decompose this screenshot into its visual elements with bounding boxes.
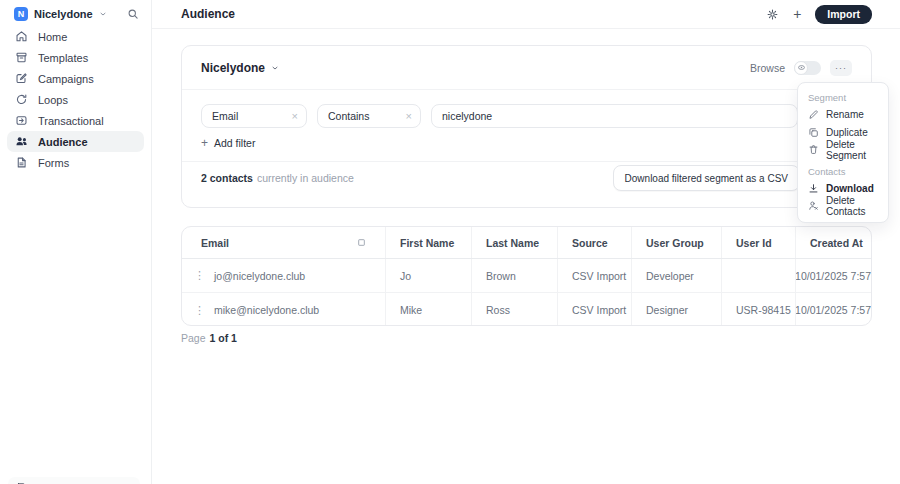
sidebar-item-templates[interactable]: Templates — [7, 47, 144, 68]
segment-header-row: Nicelydone Browse ··· — [182, 46, 871, 90]
segment-controls: Browse ··· — [750, 60, 852, 76]
plus-icon: + — [793, 7, 801, 21]
filter-field-chip[interactable]: Email × — [201, 104, 307, 128]
segment-name: Nicelydone — [201, 61, 265, 75]
pencil-icon — [808, 109, 819, 120]
home-icon — [15, 30, 28, 43]
contacts-suffix: currently in audience — [257, 172, 354, 184]
sidebar: N Nicelydone Home Templates Campaigns — [0, 0, 152, 484]
sidebar-item-label: Forms — [38, 157, 69, 169]
page-title: Audience — [181, 7, 235, 21]
header-actions: + Import — [766, 5, 872, 24]
menu-item-label: Delete Segment — [826, 139, 878, 161]
segment-card: Nicelydone Browse ··· Email × Contains × — [181, 45, 872, 208]
gear-icon — [766, 8, 779, 21]
table-header-cell-source: Source — [557, 227, 631, 258]
contacts-count: 2 contacts — [201, 172, 253, 184]
sidebar-item-campaigns[interactable]: Campaigns — [7, 68, 144, 89]
chevron-down-icon — [271, 64, 279, 72]
table-row[interactable]: ⋮ jo@nicelydone.club Jo Brown CSV Import… — [182, 259, 871, 293]
column-label: Email — [201, 237, 229, 249]
workspace-switcher[interactable]: N Nicelydone — [0, 0, 151, 22]
add-button[interactable]: + — [793, 7, 801, 21]
person-remove-icon — [808, 200, 819, 211]
menu-section-title: Contacts — [798, 163, 888, 180]
expand-icon[interactable] — [357, 238, 366, 247]
filter-operator-value: Contains — [328, 110, 369, 122]
table-header-cell-email: Email — [182, 227, 385, 258]
table-header-cell-created-at: Created At — [795, 227, 872, 258]
add-filter-label: Add filter — [214, 137, 255, 149]
segment-name-dropdown[interactable]: Nicelydone — [201, 61, 279, 75]
plus-icon: + — [201, 137, 208, 149]
menu-item-label: Rename — [826, 109, 864, 120]
loops-icon — [15, 93, 28, 106]
close-icon[interactable]: × — [284, 110, 298, 122]
filter-value-input[interactable] — [431, 104, 798, 128]
main-header: Audience + Import — [152, 0, 900, 29]
created-at-cell: 10/01/2025 7:57 — [795, 259, 872, 292]
row-kebab-menu-icon[interactable]: ⋮ — [194, 305, 205, 316]
pagination-value: 1 of 1 — [210, 332, 237, 344]
menu-item-label: Download — [826, 183, 874, 194]
menu-item-delete-contacts[interactable]: Delete Contacts — [798, 197, 888, 215]
download-icon — [808, 183, 819, 194]
import-button[interactable]: Import — [815, 5, 872, 24]
download-csv-button[interactable]: Download filtered segment as a CSV — [613, 165, 800, 191]
menu-section-title: Segment — [798, 89, 888, 106]
sidebar-item-label: Audience — [38, 136, 88, 148]
browse-label: Browse — [750, 62, 785, 74]
sidebar-item-transactional[interactable]: Transactional — [7, 110, 144, 131]
bottom-profile-item-cutoff[interactable]: ··· — [8, 477, 140, 484]
table-header-cell-first-name: First Name — [385, 227, 471, 258]
user-group-cell: Designer — [631, 293, 721, 326]
first-name-cell: Jo — [385, 259, 471, 292]
sidebar-item-label: Transactional — [38, 115, 104, 127]
row-kebab-menu-icon[interactable]: ⋮ — [194, 270, 205, 281]
first-name-cell: Mike — [385, 293, 471, 326]
campaigns-icon — [15, 72, 28, 85]
last-name-cell: Ross — [471, 293, 557, 326]
menu-item-rename[interactable]: Rename — [798, 106, 888, 124]
app-window: N Nicelydone Home Templates Campaigns — [0, 0, 900, 484]
search-icon[interactable] — [127, 8, 139, 20]
chevron-down-icon — [99, 10, 107, 18]
sidebar-item-home[interactable]: Home — [7, 26, 144, 47]
forms-icon — [15, 156, 28, 169]
filter-operator-chip[interactable]: Contains × — [317, 104, 421, 128]
contacts-table: Email First Name Last Name Source User G… — [181, 226, 872, 326]
sidebar-item-label: Home — [38, 31, 67, 43]
audience-icon — [15, 135, 28, 148]
menu-item-label: Delete Contacts — [826, 195, 878, 217]
segment-more-button[interactable]: ··· — [830, 60, 852, 76]
trash-icon — [808, 144, 819, 155]
browse-toggle[interactable] — [794, 61, 821, 75]
sidebar-item-loops[interactable]: Loops — [7, 89, 144, 110]
menu-item-delete-segment[interactable]: Delete Segment — [798, 141, 888, 159]
sidebar-item-label: Loops — [38, 94, 68, 106]
source-cell: CSV Import — [557, 293, 631, 326]
table-row[interactable]: ⋮ mike@nicelydone.club Mike Ross CSV Imp… — [182, 293, 871, 326]
last-name-cell: Brown — [471, 259, 557, 292]
card-divider — [182, 161, 871, 162]
add-filter-button[interactable]: + Add filter — [201, 137, 255, 149]
source-cell: CSV Import — [557, 259, 631, 292]
user-group-cell: Developer — [631, 259, 721, 292]
sidebar-item-forms[interactable]: Forms — [7, 152, 144, 173]
toggle-knob — [794, 61, 808, 75]
filter-field-value: Email — [212, 110, 238, 122]
transactional-icon — [15, 114, 28, 127]
email-value: mike@nicelydone.club — [214, 304, 319, 316]
sidebar-item-audience[interactable]: Audience — [7, 131, 144, 152]
table-header-cell-last-name: Last Name — [471, 227, 557, 258]
sidebar-item-label: Campaigns — [38, 73, 94, 85]
settings-gear-button[interactable] — [766, 8, 779, 21]
email-cell: ⋮ mike@nicelydone.club — [182, 293, 385, 326]
sidebar-item-label: Templates — [38, 52, 88, 64]
table-header-cell-user-id: User Id — [721, 227, 795, 258]
email-value: jo@nicelydone.club — [214, 270, 305, 282]
user-id-cell: USR-98415 — [721, 293, 795, 326]
workspace-name: Nicelydone — [34, 8, 93, 20]
pagination: Page 1 of 1 — [181, 332, 237, 344]
close-icon[interactable]: × — [398, 110, 412, 122]
